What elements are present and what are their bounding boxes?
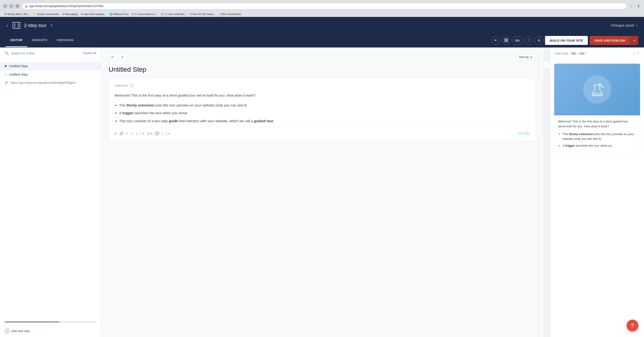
bullet-2: A trigger launches the tour when you arr… <box>119 110 530 116</box>
tab-editor[interactable]: EDITOR <box>6 34 27 47</box>
bookmark-melissa[interactable]: 🌐 Melissa Perri <box>108 12 130 16</box>
layout-button[interactable] <box>502 36 510 45</box>
save-publish-dropdown-button[interactable]: ▾ <box>630 36 638 45</box>
search-input[interactable] <box>11 52 80 55</box>
check-icon: ✓ <box>635 23 638 28</box>
char-count: 318 chars <box>518 132 530 135</box>
editor-toolbar: ⇄ ⎘ Add tag ◎ <box>108 53 536 61</box>
content-section-label: CONTENT ? <box>114 84 530 88</box>
settings-button[interactable]: ⚙ <box>535 36 543 45</box>
share-button[interactable]: ⤴ <box>524 36 533 45</box>
content-body[interactable]: Welcome! This is the first step of a sho… <box>114 92 530 124</box>
bookmark-messaging[interactable]: in Messaging <box>61 12 79 16</box>
back-button[interactable]: ‹ <box>3 4 8 8</box>
content-bottom-toolbar: A 🔗 ℹ ⚠ {→} ▾ ⊞ ▾ 💬 [→] ▾ 318 chars <box>114 128 530 135</box>
preview-bullet-2: A trigger launches the tour when yo... <box>563 143 636 148</box>
help-button[interactable]: ? <box>626 320 638 331</box>
link-button[interactable]: 🔗 <box>120 132 124 135</box>
preview-intro: Welcome! This is the first step of a sho… <box>558 119 636 129</box>
bullet-3: This tour consists of a two-step guide t… <box>119 118 530 124</box>
bookmark-notif[interactable]: in 1 1 new notificatio... <box>160 12 188 16</box>
warning-button[interactable]: ⚠ <box>130 132 133 135</box>
bookmark-feed[interactable]: in new feed updates... <box>80 12 108 16</box>
variable-button[interactable]: {→} ▾ <box>136 132 144 135</box>
bookmark-u-icon: U <box>190 13 192 16</box>
svg-rect-1 <box>506 38 508 40</box>
size-dropdown-icon[interactable]: ▾ <box>586 52 587 55</box>
lock-icon: 🔒 <box>25 5 28 8</box>
bookmark-other[interactable]: » Other Bookmarks <box>218 12 242 16</box>
chat-button[interactable]: 💬 <box>155 132 159 135</box>
steps-list: Untitled Step Untitled Step 🔗 https://ap… <box>0 59 101 321</box>
sidebar: 🔍 Expand all Untitled Step Untitled Step… <box>0 48 101 337</box>
add-tag-button[interactable]: Add tag ◎ <box>516 54 536 60</box>
app-header: ‹ 2-step tour ✎ Changes saved ✓ EDITOR I… <box>0 17 644 48</box>
bookmarks-bar: ★ Woody Allen | Wo... 📁 Emilia's bookmar… <box>3 10 641 17</box>
step-label-2: Untitled Step <box>9 72 28 76</box>
table-button[interactable]: ⊞ ▾ <box>147 132 152 135</box>
add-step-button[interactable]: + Add new step <box>5 328 30 333</box>
search-icon: 🔍 <box>5 51 9 55</box>
language-button[interactable]: EN <box>512 36 522 45</box>
app-logo <box>13 22 20 29</box>
star-icon[interactable]: ☆ <box>628 3 634 9</box>
bookmark-emilia[interactable]: 📁 Emilia's bookmarks <box>32 12 60 16</box>
browser-chrome: ‹ › ↻ 🔒 app.stonly.com/app/guidedtour/Xl… <box>0 0 644 17</box>
edit-title-button[interactable]: ✎ <box>50 24 53 27</box>
preview-panel: PREVIEW 360 x 560 ▾ ⤢ ⤴ <box>550 48 644 337</box>
bookmark-folder2-icon: » <box>219 13 220 16</box>
font-format-button[interactable]: A <box>114 132 116 135</box>
sidebar-footer: + Add new step <box>0 324 101 337</box>
scrollbar-thumb <box>5 321 60 323</box>
info-button[interactable]: ℹ <box>126 132 128 135</box>
back-to-tours-button[interactable]: ‹ <box>6 22 9 29</box>
svg-rect-2 <box>506 40 508 42</box>
step-dot-active <box>5 65 6 67</box>
content-help-button[interactable]: ? <box>130 84 134 88</box>
preview-height[interactable]: 560 <box>580 52 585 55</box>
bookmark-woody[interactable]: ★ Woody Allen | Wo... <box>3 12 31 16</box>
preview-content-area: Welcome! This is the first step of a sho… <box>550 60 644 337</box>
content-card: CONTENT ? Welcome! This is the first ste… <box>108 78 536 141</box>
preview-width[interactable]: 360 <box>571 52 576 55</box>
bookmark-network[interactable]: in 1 1 new network u... <box>130 12 159 16</box>
expand-preview-button[interactable]: ⤢ <box>632 51 636 56</box>
replace-button[interactable]: ⇄ <box>108 53 116 61</box>
step-label-1: Untitled Step <box>9 64 28 68</box>
copy-step-button[interactable]: ⎘ <box>118 53 126 61</box>
bookmark-folder-icon: 📁 <box>33 13 36 16</box>
open-external-button[interactable]: ⤴ <box>638 51 639 56</box>
preview-toggle-button[interactable]: 👁 <box>492 36 500 45</box>
expand-all-button[interactable]: Expand all <box>83 52 96 55</box>
collapse-panel-button[interactable]: › <box>544 62 550 68</box>
editor-area: ⇄ ⎘ Add tag ◎ Untitled Step CONTENT ? We… <box>101 48 544 337</box>
logo-icon <box>13 22 20 29</box>
step-item-1[interactable]: Untitled Step <box>0 62 101 70</box>
build-on-site-button[interactable]: BUILD ON YOUR SITE <box>545 36 588 45</box>
tab-insights[interactable]: INSIGHTS <box>27 34 52 47</box>
preview-size-controls: 360 x 560 ▾ <box>571 52 587 55</box>
bookmark-icon: ★ <box>4 13 6 16</box>
bookmark-globe-icon: 🌐 <box>110 13 113 16</box>
step-item-2[interactable]: Untitled Step <box>0 70 101 79</box>
bookmark-in4-icon: in <box>161 13 163 16</box>
sidebar-search-bar: 🔍 Expand all <box>0 48 101 59</box>
gear-icon: ⚙ <box>538 38 540 42</box>
refresh-button[interactable]: ↻ <box>15 4 20 8</box>
bookmark-howto[interactable]: U How To Get Starte... <box>188 12 217 16</box>
preview-card: Welcome! This is the first step of a sho… <box>554 64 640 154</box>
preview-image <box>554 64 640 116</box>
main-layout: 🔍 Expand all Untitled Step Untitled Step… <box>0 48 644 337</box>
bookmark-in3-icon: in <box>132 13 134 16</box>
share-icon[interactable]: ⬆ <box>636 3 641 9</box>
steps-button[interactable]: [→] ▾ <box>162 132 170 135</box>
changes-saved-status: Changes saved ✓ <box>611 23 638 28</box>
size-separator: x <box>577 52 579 55</box>
address-bar[interactable]: 🔒 app.stonly.com/app/guidedtour/XlwxjzeQ… <box>22 3 626 10</box>
save-publish-button[interactable]: SAVE AND PUBLISH <box>590 36 630 45</box>
forward-button[interactable]: › <box>9 4 14 8</box>
preview-text-body: Welcome! This is the first step of a sho… <box>554 116 640 154</box>
step-link-item[interactable]: 🔗 https://app.stonly.com/app/general/0/w… <box>0 79 101 87</box>
step-link-url: https://app.stonly.com/app/general/0/wid… <box>10 81 76 84</box>
tab-versions[interactable]: VERSIONS <box>52 34 78 47</box>
